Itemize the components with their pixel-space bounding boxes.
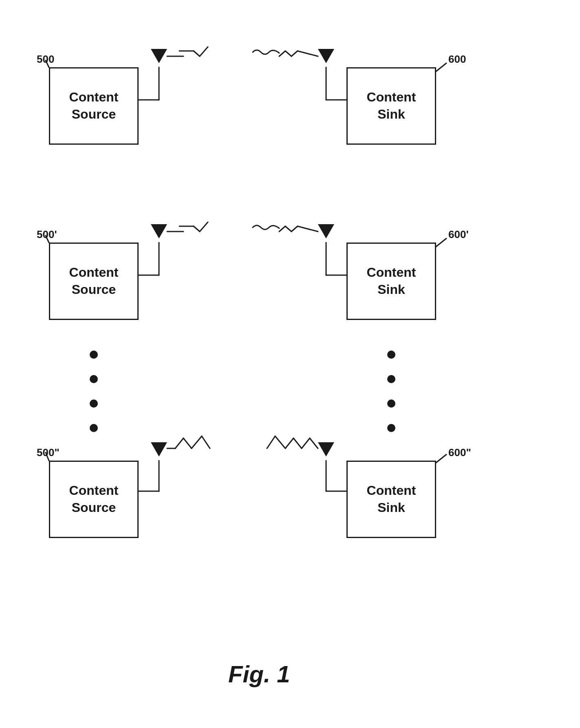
- ref-500-3: 500": [37, 446, 60, 459]
- svg-line-6: [200, 47, 208, 56]
- svg-marker-50: [318, 442, 334, 457]
- svg-line-29: [279, 226, 285, 232]
- svg-line-56: [267, 436, 275, 448]
- svg-line-21: [194, 226, 200, 232]
- svg-point-32: [90, 351, 98, 359]
- svg-marker-9: [318, 49, 334, 63]
- svg-line-5: [194, 51, 200, 56]
- svg-line-55: [275, 436, 285, 448]
- svg-line-27: [291, 226, 298, 232]
- svg-marker-2: [151, 49, 167, 63]
- svg-point-33: [90, 375, 98, 383]
- svg-line-13: [279, 51, 285, 56]
- svg-line-52: [302, 438, 310, 448]
- svg-point-34: [90, 399, 98, 408]
- content-sink-box-1: Content Sink: [346, 67, 436, 145]
- svg-line-10: [298, 51, 318, 56]
- figure-caption: Fig. 1: [228, 660, 290, 688]
- content-source-label-3: Content Source: [69, 482, 119, 516]
- content-sink-label-3: Content Sink: [367, 482, 416, 516]
- svg-line-45: [183, 438, 192, 448]
- ref-600-3: 600": [448, 446, 471, 459]
- svg-line-31: [436, 238, 446, 247]
- svg-line-54: [285, 438, 293, 448]
- svg-line-26: [298, 226, 318, 232]
- svg-line-44: [175, 438, 183, 448]
- svg-point-38: [387, 399, 395, 408]
- svg-line-46: [192, 436, 202, 448]
- content-source-box-2: Content Source: [49, 243, 139, 320]
- content-source-box-3: Content Source: [49, 461, 139, 538]
- content-sink-label-2: Content Sink: [367, 264, 416, 298]
- content-source-box-1: Content Source: [49, 67, 139, 145]
- content-source-label-2: Content Source: [69, 264, 119, 298]
- svg-point-37: [387, 375, 395, 383]
- svg-line-28: [285, 226, 291, 232]
- content-source-label-1: Content Source: [69, 89, 119, 123]
- svg-line-22: [200, 222, 208, 232]
- ref-500-1: 500: [37, 53, 54, 66]
- svg-line-15: [436, 63, 446, 71]
- content-sink-box-2: Content Sink: [346, 243, 436, 320]
- svg-line-12: [285, 51, 291, 56]
- svg-point-36: [387, 351, 395, 359]
- content-sink-label-1: Content Sink: [367, 89, 416, 123]
- svg-point-39: [387, 424, 395, 432]
- svg-line-11: [291, 51, 298, 56]
- svg-marker-25: [318, 224, 334, 238]
- svg-marker-42: [151, 442, 167, 457]
- ref-600-2: 600': [448, 228, 469, 241]
- svg-line-58: [436, 454, 446, 463]
- ref-500-2: 500': [37, 228, 57, 241]
- svg-marker-18: [151, 224, 167, 238]
- ref-600-1: 600: [448, 53, 466, 66]
- svg-line-53: [293, 438, 302, 448]
- svg-line-47: [202, 436, 210, 448]
- svg-point-35: [90, 424, 98, 432]
- svg-line-51: [310, 438, 318, 448]
- content-sink-box-3: Content Sink: [346, 461, 436, 538]
- diagram-container: Content Source Content Sink 500 600 Cont…: [0, 0, 580, 728]
